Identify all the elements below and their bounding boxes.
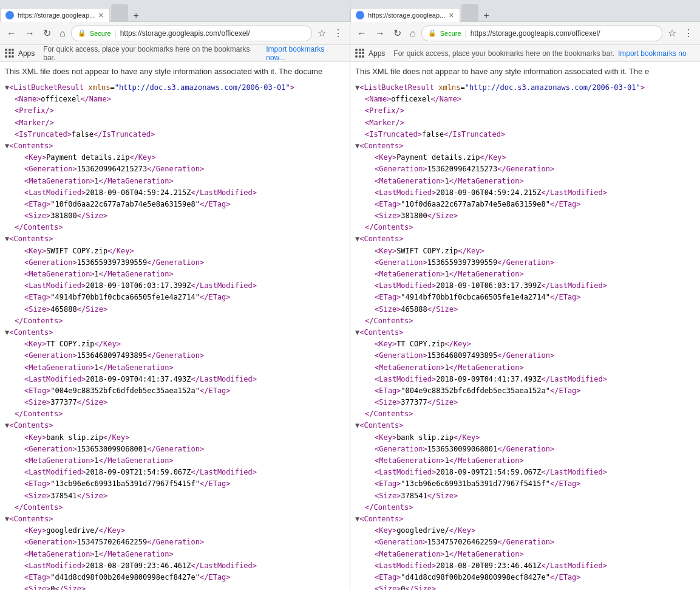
tab-title-right: https://storage.googleap... (368, 12, 445, 19)
address-bar-left[interactable]: 🔒 Secure | https://storage.googleapis.co… (71, 26, 312, 41)
xml-line: <Generation>1534757026462259</Generation… (5, 537, 345, 548)
xml-notice-right: This XML file does not appear to have an… (355, 67, 695, 76)
xml-line: <Key>SWIFT COPY.zip</Key> (5, 245, 345, 257)
forward-button-left[interactable]: → (22, 27, 38, 40)
xml-line: <MetaGeneration>1</MetaGeneration> (355, 455, 695, 467)
xml-line: <Marker/> (5, 117, 345, 129)
new-tab-button-left[interactable]: + (129, 10, 142, 21)
apps-dot (359, 49, 361, 51)
apps-label-left[interactable]: Apps (18, 49, 35, 58)
menu-button-right[interactable]: ⋮ (681, 26, 696, 40)
xml-line: <Size>0</Size> (355, 583, 695, 590)
xml-line: ▼<Contents> (5, 513, 345, 525)
xml-line: <Key>SWIFT COPY.zip</Key> (355, 245, 695, 257)
bookmark-star-left[interactable]: ☆ (314, 26, 329, 40)
browser-container: https://storage.googleap... × + ← → ↻ ⌂ … (0, 0, 700, 590)
xml-line: <Size>465888</Size> (5, 304, 345, 315)
xml-line: </Contents> (5, 408, 345, 420)
xml-line: </Contents> (5, 315, 345, 327)
xml-content-left: ▼<ListBucketResult xmlns="http://doc.s3.… (5, 82, 345, 590)
menu-button-left[interactable]: ⋮ (330, 26, 346, 40)
tab-close-left[interactable]: × (98, 11, 103, 19)
xml-line: <LastModified>2018-09-09T21:54:59.067Z</… (355, 467, 695, 478)
xml-line: <Key>googledrive/</Key> (355, 525, 695, 537)
forward-button-right[interactable]: → (372, 27, 388, 40)
xml-line: <Key>googledrive/</Key> (5, 525, 345, 537)
xml-notice-left: This XML file does not appear to have an… (5, 67, 345, 76)
apps-dot (12, 49, 14, 51)
xml-line: <LastModified>2018-09-09T21:54:59.067Z</… (5, 467, 345, 478)
apps-dot (8, 52, 11, 54)
toolbar-actions-right: ☆ ⋮ (665, 26, 696, 40)
tab-title-left: https://storage.googleap... (18, 12, 95, 19)
address-divider-right: | (465, 29, 467, 38)
xml-line: <LastModified>2018-08-20T09:23:46.461Z</… (355, 560, 695, 572)
xml-line: <Size>381800</Size> (355, 210, 695, 222)
xml-line: <Key>TT COPY.zip</Key> (355, 338, 695, 350)
bookmarks-bar-right: Apps For quick access, place your bookma… (350, 45, 700, 62)
xml-line: ▼<Contents> (355, 420, 695, 431)
xml-line: <ETag>"4914bf70bb1f0cbca66505fe1e4a2714"… (5, 292, 345, 303)
apps-icon-right (355, 49, 365, 58)
address-divider-left: | (115, 29, 117, 38)
xml-line: <Size>378541</Size> (355, 490, 695, 502)
address-url-left: https://storage.googleapis.com/officexel… (120, 29, 305, 38)
xml-line: </Contents> (5, 222, 345, 233)
xml-line: <MetaGeneration>1</MetaGeneration> (355, 269, 695, 280)
apps-dot (362, 55, 364, 58)
toolbar-actions-left: ☆ ⋮ (314, 26, 346, 40)
address-url-right: https://storage.googleapis.com/officexel… (471, 29, 656, 38)
active-tab-right[interactable]: https://storage.googleap... × (350, 8, 460, 22)
xml-line: <Prefix/> (5, 105, 345, 117)
xml-line: <MetaGeneration>1</MetaGeneration> (5, 176, 345, 187)
address-bar-right[interactable]: 🔒 Secure | https://storage.googleapis.co… (421, 26, 662, 41)
xml-line: ▼<Contents> (355, 513, 695, 525)
xml-line: ▼<Contents> (355, 140, 695, 152)
xml-line: ▼<Contents> (5, 327, 345, 338)
reload-button-left[interactable]: ↻ (40, 26, 54, 40)
apps-dot (5, 55, 7, 58)
xml-line: <LastModified>2018-09-09T04:41:37.493Z</… (5, 374, 345, 385)
back-button-right[interactable]: ← (354, 27, 370, 40)
back-button-left[interactable]: ← (4, 27, 19, 40)
toolbar-left: ← → ↻ ⌂ 🔒 Secure | https://storage.googl… (0, 22, 350, 45)
xml-line: <MetaGeneration>1</MetaGeneration> (5, 269, 345, 280)
apps-dot (12, 52, 14, 54)
apps-dot (5, 49, 7, 51)
xml-line: </Contents> (355, 408, 695, 420)
xml-line: <Size>378541</Size> (5, 490, 345, 502)
tab-favicon-left (5, 11, 14, 19)
xml-line: <MetaGeneration>1</MetaGeneration> (5, 362, 345, 374)
bookmark-star-right[interactable]: ☆ (665, 26, 679, 40)
xml-line: <Generation>1536530099068001</Generation… (5, 444, 345, 455)
xml-line: </Contents> (355, 315, 695, 327)
apps-dot (8, 49, 11, 51)
xml-line: <MetaGeneration>1</MetaGeneration> (355, 549, 695, 560)
import-link-left[interactable]: Import bookmarks now... (266, 45, 345, 62)
xml-line: <ETag>"10f0d6aa22c677a7ab74e5e8a63159e8"… (355, 199, 695, 210)
apps-dot (355, 49, 358, 51)
extra-tab-right (461, 4, 478, 21)
xml-line: ▼<ListBucketResult xmlns="http://doc.s3.… (355, 82, 695, 94)
home-button-right[interactable]: ⌂ (407, 27, 419, 40)
xml-content-right: ▼<ListBucketResult xmlns="http://doc.s3.… (355, 82, 695, 590)
lock-icon-left: 🔒 (78, 29, 86, 37)
xml-line: ▼<Contents> (5, 140, 345, 152)
xml-line: <IsTruncated>false</IsTruncated> (355, 129, 695, 140)
apps-label-right[interactable]: Apps (369, 49, 385, 58)
tab-bar-left: https://storage.googleap... × + (0, 0, 350, 22)
xml-line: <ETag>"10f0d6aa22c677a7ab74e5e8a63159e8"… (5, 199, 345, 210)
apps-icon-left (5, 49, 15, 58)
bookmarks-bar-left: Apps For quick access, place your bookma… (0, 45, 350, 62)
reload-button-right[interactable]: ↻ (390, 26, 404, 40)
page-content-right: This XML file does not appear to have an… (350, 62, 700, 590)
browser-pane-right: https://storage.googleap... × + ← → ↻ ⌂ … (350, 0, 700, 590)
new-tab-button-right[interactable]: + (480, 10, 492, 21)
tab-close-right[interactable]: × (449, 11, 454, 19)
xml-line: <Key>Payment details.zip</Key> (355, 152, 695, 163)
import-link-right[interactable]: Import bookmarks no (618, 49, 687, 58)
xml-line: <ETag>"4914bf70bb1f0cbca66505fe1e4a2714"… (355, 292, 695, 303)
active-tab-left[interactable]: https://storage.googleap... × (0, 8, 110, 22)
xml-line: ▼<ListBucketResult xmlns="http://doc.s3.… (5, 82, 345, 94)
home-button-left[interactable]: ⌂ (56, 27, 69, 40)
